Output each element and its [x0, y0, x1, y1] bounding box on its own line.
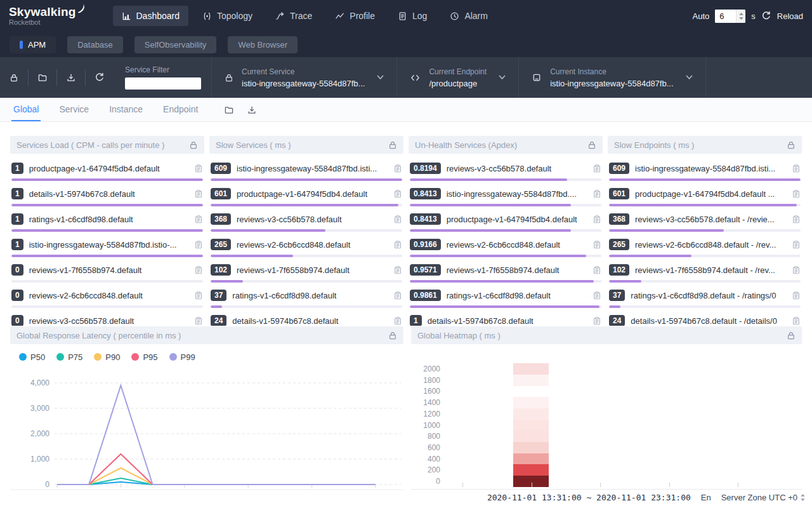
progress-bar — [410, 204, 571, 206]
copy-icon[interactable] — [393, 215, 402, 224]
group-tab-selfobservability[interactable]: SelfObservability — [134, 36, 217, 53]
list-item: 102reviews-v1-7f6558b974.default — [211, 264, 402, 283]
copy-icon[interactable] — [593, 291, 601, 300]
heatmap-y-tick: 1600 — [411, 386, 440, 396]
progress-track — [11, 305, 203, 308]
heatmap-y-tick: 1000 — [411, 420, 440, 431]
heatmap-cell — [513, 453, 549, 465]
tab-global[interactable]: Global — [11, 98, 41, 121]
legend-item-p99[interactable]: P99 — [169, 352, 195, 362]
copy-icon[interactable] — [194, 316, 203, 326]
service-name: productpage-v1-64794f5db4.default — [447, 215, 587, 224]
copy-icon[interactable] — [194, 189, 203, 199]
current-service-selector[interactable]: Current Service istio-ingressgateway-558… — [212, 67, 396, 88]
export-template-icon[interactable] — [57, 73, 85, 83]
progress-bar — [11, 178, 203, 181]
service-name: reviews-v3-cc56b578.default — [29, 316, 188, 326]
current-instance-selector[interactable]: Current Instance istio-ingressgateway-55… — [519, 67, 705, 88]
folder-icon[interactable] — [224, 105, 234, 115]
copy-icon[interactable] — [792, 240, 801, 250]
tab-service[interactable]: Service — [57, 98, 91, 121]
copy-icon[interactable] — [194, 291, 203, 300]
tab-endpoint[interactable]: Endpoint — [161, 98, 200, 121]
lock-icon[interactable] — [388, 331, 397, 340]
copy-icon[interactable] — [393, 240, 402, 250]
value-badge: 0 — [11, 290, 23, 301]
copy-icon[interactable] — [593, 240, 601, 250]
copy-icon[interactable] — [194, 215, 203, 224]
copy-icon[interactable] — [792, 265, 801, 275]
nav-item-dashboard[interactable]: Dashboard — [113, 6, 189, 26]
nav-item-label: Topology — [217, 11, 252, 21]
copy-icon[interactable] — [393, 291, 402, 300]
copy-icon[interactable] — [792, 291, 801, 300]
service-filter-input[interactable] — [125, 77, 201, 90]
current-endpoint-selector[interactable]: Current Endpoint /productpage — [397, 67, 518, 88]
svg-text:4,000: 4,000 — [30, 378, 49, 387]
sync-icon[interactable] — [86, 72, 114, 83]
copy-icon[interactable] — [194, 265, 203, 275]
reload-icon[interactable] — [761, 11, 771, 21]
copy-icon[interactable] — [792, 215, 801, 224]
nav-item-profile[interactable]: Profile — [326, 6, 384, 26]
copy-icon[interactable] — [593, 316, 601, 326]
legend-item-p50[interactable]: P50 — [19, 352, 45, 362]
copy-icon[interactable] — [792, 316, 801, 326]
progress-track — [609, 255, 801, 257]
latency-chart: 01,0002,0003,0004,000 — [10, 364, 403, 508]
copy-icon[interactable] — [194, 164, 203, 173]
copy-icon[interactable] — [792, 164, 801, 173]
copy-icon[interactable] — [593, 189, 601, 199]
list-item: 265reviews-v2-6cb6ccd848.default - /rev.… — [609, 238, 801, 257]
nav-item-alarm[interactable]: Alarm — [441, 6, 497, 26]
import-template-icon[interactable] — [29, 73, 56, 83]
panel-slow-services-ms: Slow Services ( ms )609istio-ingressgate… — [209, 136, 403, 326]
lock-icon[interactable] — [787, 140, 796, 150]
value-badge: 609 — [609, 163, 629, 174]
skywalking-logo[interactable]: Skywalking Rocketbot — [9, 6, 85, 26]
chevron-down-icon — [377, 75, 384, 80]
heatmap-y-tick: 2000 — [411, 364, 440, 374]
list-item: 0.9861ratings-v1-c6cdf8d98.default — [410, 289, 601, 308]
copy-icon[interactable] — [393, 189, 402, 199]
auto-refresh-box — [715, 10, 745, 23]
heatmap-y-tick: 1400 — [411, 398, 440, 408]
auto-refresh-stepper[interactable] — [736, 10, 745, 23]
language-switch[interactable]: En — [701, 493, 711, 502]
reload-button[interactable]: Reload — [777, 11, 803, 21]
lock-icon[interactable] — [787, 331, 796, 340]
server-zone-control[interactable]: Server Zone UTC +0 — [721, 493, 806, 502]
group-tab-web-browser[interactable]: Web Browser — [228, 36, 298, 53]
legend-item-p95[interactable]: P95 — [131, 352, 157, 362]
copy-icon[interactable] — [593, 215, 601, 224]
value-badge: 368 — [609, 213, 629, 225]
current-service-value: istio-ingressgateway-5584d87fb... — [242, 79, 365, 88]
legend-item-p90[interactable]: P90 — [94, 352, 120, 362]
line-series-P95 — [57, 454, 376, 485]
copy-icon[interactable] — [393, 164, 402, 173]
nav-item-log[interactable]: Log — [389, 6, 436, 26]
copy-icon[interactable] — [393, 265, 402, 275]
download-icon[interactable] — [247, 105, 257, 115]
copy-icon[interactable] — [393, 316, 402, 326]
progress-track — [11, 178, 203, 181]
time-range-picker[interactable]: 2020-11-01 13:31:00 ~ 2020-11-01 23:31:0… — [487, 493, 691, 502]
nav-item-topology[interactable]: Topology — [193, 6, 261, 26]
legend-item-p75[interactable]: P75 — [56, 352, 82, 362]
value-badge: 0.8413 — [410, 188, 441, 199]
group-tab-database[interactable]: Database — [67, 36, 123, 53]
auto-refresh-input[interactable] — [715, 10, 736, 23]
lock-icon[interactable] — [388, 140, 397, 150]
tab-instance[interactable]: Instance — [107, 98, 145, 121]
value-badge: 37 — [211, 290, 226, 301]
group-tab-apm[interactable]: APM — [10, 36, 56, 53]
copy-icon[interactable] — [593, 164, 601, 173]
copy-icon[interactable] — [593, 265, 601, 275]
lock-icon[interactable] — [189, 140, 198, 150]
lock-icon[interactable] — [587, 140, 596, 150]
copy-icon[interactable] — [194, 240, 203, 250]
lock-toggle-icon[interactable] — [0, 73, 28, 83]
copy-icon[interactable] — [792, 189, 801, 199]
nav-item-trace[interactable]: Trace — [266, 6, 321, 26]
group-tab-label: APM — [28, 40, 46, 50]
